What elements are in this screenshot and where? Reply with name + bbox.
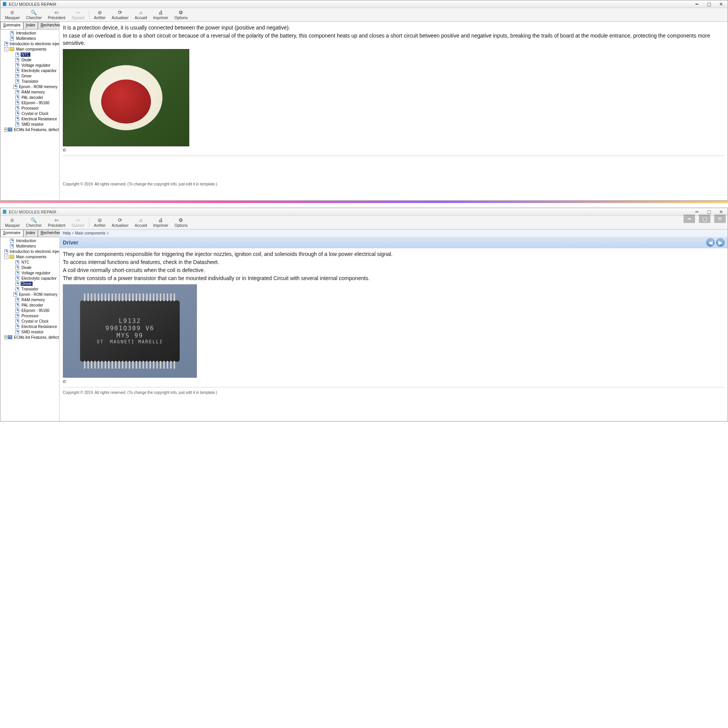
titlebar[interactable]: 📘 ECU MODULES REPAIR ━ ▢ ✕ bbox=[0, 208, 728, 216]
chip-marking-1: L9132 bbox=[119, 317, 141, 325]
tree-multimeters[interactable]: Multimeters bbox=[1, 243, 58, 249]
maximize-button[interactable]: ▢ bbox=[704, 209, 714, 215]
home-button[interactable]: ⌂Accueil bbox=[131, 216, 150, 228]
stop-button[interactable]: ⊘Arrêter bbox=[91, 9, 109, 21]
options-button[interactable]: ⚙Options bbox=[171, 216, 190, 228]
tree-transistor[interactable]: Transistor bbox=[1, 286, 58, 292]
tree-ntc[interactable]: NTC bbox=[1, 259, 58, 265]
expand-icon[interactable]: + bbox=[4, 335, 7, 339]
tree-diode[interactable]: Diode bbox=[1, 265, 58, 270]
tree-ntc[interactable]: NTC bbox=[1, 52, 58, 57]
tree-processor[interactable]: Processor bbox=[1, 105, 58, 111]
refresh-icon: ⟳ bbox=[117, 218, 123, 223]
titlebar[interactable]: 📘 ECU MODULES REPAIR ━ ▢ ✕ bbox=[0, 0, 728, 8]
tree-eprom[interactable]: Eprom - ROM memory bbox=[1, 292, 58, 297]
tree-electrolytic-capacitor[interactable]: Electrolytic capacitor bbox=[1, 275, 58, 281]
expand-icon[interactable]: + bbox=[4, 128, 7, 132]
minimize-button[interactable]: ━ bbox=[692, 1, 702, 7]
hide-button[interactable]: ⎚Masquer bbox=[2, 9, 23, 21]
tree-multimeters[interactable]: Multimeters bbox=[1, 36, 58, 41]
back-button[interactable]: ⇦Précédent bbox=[45, 216, 69, 228]
search-icon: 🔍 bbox=[31, 218, 37, 223]
content-pane[interactable]: Help > Main components > Driver ◀ ▶ They… bbox=[60, 230, 728, 421]
tree-main-components[interactable]: −Main components bbox=[1, 46, 58, 52]
options-button[interactable]: ⚙Options bbox=[171, 9, 190, 21]
sidebar-tabs: SSommaireommaire Index Rechercher Favori… bbox=[0, 22, 59, 30]
tree-ecms-list[interactable]: +ECMs list Features, defects, and re bbox=[1, 334, 58, 340]
tree-smd[interactable]: SMD resistor bbox=[1, 121, 58, 127]
prev-page-button[interactable]: ◀ bbox=[706, 238, 715, 247]
tab-rechercher[interactable]: Rechercher bbox=[38, 22, 63, 29]
tree-eeprom[interactable]: EEprom - 95160 bbox=[1, 100, 58, 105]
home-button[interactable]: ⌂Accueil bbox=[131, 9, 150, 21]
toc-tree[interactable]: Introduction Multimeters Introduction to… bbox=[0, 237, 59, 421]
tree-eprom[interactable]: Eprom - ROM memory bbox=[1, 84, 58, 89]
tree-pal[interactable]: PAL decoder bbox=[1, 95, 58, 100]
maximize-button[interactable]: ▢ bbox=[704, 1, 714, 7]
overlay-maximize-button[interactable]: ▢ bbox=[699, 215, 710, 223]
breadcrumb-help[interactable]: Help bbox=[63, 231, 71, 235]
print-icon: 🖨 bbox=[157, 218, 164, 223]
tree-driver[interactable]: Driver bbox=[1, 73, 58, 79]
footer-copyright: Copyright © 2019. All rights reserved. (… bbox=[63, 182, 725, 186]
tree-ram[interactable]: RAM memory bbox=[1, 89, 58, 95]
hide-button[interactable]: ⎚Masquer bbox=[2, 216, 23, 228]
tree-diode[interactable]: Diode bbox=[1, 57, 58, 62]
paragraph-3: A coil drive normally short-circuits whe… bbox=[63, 267, 725, 274]
tree-processor[interactable]: Processor bbox=[1, 313, 58, 318]
tree-smd[interactable]: SMD resistor bbox=[1, 329, 58, 334]
close-button[interactable]: ✕ bbox=[716, 1, 726, 7]
tree-eeprom[interactable]: EEprom - 95160 bbox=[1, 308, 58, 313]
tree-pal[interactable]: PAL decoder bbox=[1, 302, 58, 308]
tree-intro-ei[interactable]: Introduction to electronic injection bbox=[1, 41, 58, 46]
tab-sommaire[interactable]: SSommaireommaire bbox=[0, 22, 23, 29]
toolbar-separator bbox=[89, 10, 89, 19]
tree-driver[interactable]: Driver bbox=[1, 281, 58, 286]
tab-rechercher[interactable]: Rechercher bbox=[38, 230, 63, 237]
tree-voltage-regulator[interactable]: Voltage regulator bbox=[1, 62, 58, 68]
overlay-window-controls: ━ ▢ ✕ bbox=[684, 215, 726, 223]
tree-ecms-list[interactable]: +ECMs list Features, defects, and re bbox=[1, 127, 58, 132]
tree-transistor[interactable]: Transistor bbox=[1, 79, 58, 84]
article-body: It is a protection device, it is usually… bbox=[63, 24, 725, 47]
page-title: Driver bbox=[63, 239, 706, 246]
print-button[interactable]: 🖨Imprimer bbox=[150, 216, 171, 228]
tab-index[interactable]: Index bbox=[23, 22, 38, 29]
close-button[interactable]: ✕ bbox=[716, 209, 726, 215]
breadcrumb-main-components[interactable]: Main components bbox=[75, 231, 105, 235]
refresh-button[interactable]: ⟳Actualiser bbox=[109, 216, 132, 228]
tree-intro-ei[interactable]: Introduction to electronic injection bbox=[1, 249, 58, 254]
tab-index[interactable]: Index bbox=[23, 230, 38, 237]
options-icon: ⚙ bbox=[178, 218, 184, 223]
tree-electrolytic-capacitor[interactable]: Electrolytic capacitor bbox=[1, 68, 58, 73]
tree-resistance[interactable]: Electrical Resistance bbox=[1, 116, 58, 121]
toolbar-separator bbox=[89, 218, 89, 227]
content-pane[interactable]: It is a protection device, it is usually… bbox=[60, 22, 728, 200]
collapse-icon[interactable]: − bbox=[4, 255, 8, 259]
toc-tree[interactable]: Introduction Multimeters Introduction to… bbox=[0, 30, 59, 200]
back-icon: ⇦ bbox=[54, 218, 60, 223]
tree-main-components[interactable]: −Main components bbox=[1, 254, 58, 259]
tree-introduction[interactable]: Introduction bbox=[1, 238, 58, 243]
tab-sommaire[interactable]: Sommaire bbox=[0, 230, 23, 237]
tree-introduction[interactable]: Introduction bbox=[1, 30, 58, 36]
minimize-button[interactable]: ━ bbox=[692, 209, 702, 215]
tree-crystal[interactable]: Crystal or Clock bbox=[1, 111, 58, 116]
overlay-close-button[interactable]: ✕ bbox=[714, 215, 726, 223]
search-button[interactable]: 🔍Chercher bbox=[23, 9, 45, 21]
refresh-button[interactable]: ⟳Actualiser bbox=[109, 9, 132, 21]
tree-ram[interactable]: RAM memory bbox=[1, 297, 58, 302]
search-button[interactable]: 🔍Chercher bbox=[23, 216, 45, 228]
copyright-symbol: © bbox=[63, 148, 725, 152]
search-icon: 🔍 bbox=[31, 10, 37, 15]
page-header: Driver ◀ ▶ bbox=[60, 237, 728, 248]
tree-resistance[interactable]: Electrical Resistance bbox=[1, 324, 58, 329]
next-page-button[interactable]: ▶ bbox=[716, 238, 725, 247]
stop-button[interactable]: ⊘Arrêter bbox=[91, 216, 109, 228]
tree-voltage-regulator[interactable]: Voltage regulator bbox=[1, 270, 58, 275]
collapse-icon[interactable]: − bbox=[4, 47, 8, 51]
overlay-minimize-button[interactable]: ━ bbox=[684, 215, 695, 223]
back-button[interactable]: ⇦Précédent bbox=[45, 9, 69, 21]
print-button[interactable]: 🖨Imprimer bbox=[150, 9, 171, 21]
tree-crystal[interactable]: Crystal or Clock bbox=[1, 318, 58, 324]
